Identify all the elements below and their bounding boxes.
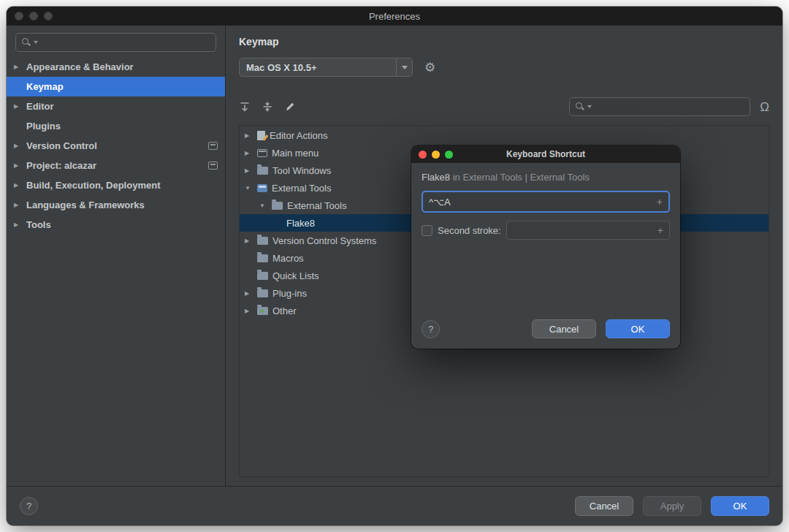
chevron-down-icon[interactable] (245, 185, 257, 191)
page: Preferences Appearance & Behavior (0, 0, 789, 532)
gear-icon[interactable]: ⚙ (424, 61, 435, 74)
help-button[interactable]: ? (422, 320, 440, 338)
folder-icon (272, 202, 283, 210)
folder-icon (257, 167, 268, 175)
cancel-button[interactable]: Cancel (575, 496, 633, 516)
sidebar-item-label: Build, Execution, Deployment (26, 180, 160, 191)
chevron-right-icon[interactable] (245, 167, 257, 174)
dialog-buttons: ? Cancel OK (422, 319, 670, 338)
edit-shortcut-icon[interactable] (284, 101, 296, 113)
window-titlebar: Preferences (7, 7, 782, 26)
tree-item-label: Main menu (272, 148, 319, 159)
sidebar-item-label: Languages & Frameworks (26, 200, 145, 210)
dialog-traffic-lights (419, 151, 453, 159)
sidebar-item-keymap[interactable]: Keymap (7, 77, 225, 96)
sidebar-item-appearance-behavior[interactable]: Appearance & Behavior (7, 57, 225, 77)
tree-item-label: Plug-ins (272, 288, 307, 299)
combo-caret-box[interactable] (396, 58, 412, 76)
main-menu-icon (257, 149, 267, 157)
action-context: in External Tools | External Tools (453, 172, 590, 183)
sidebar-item-tools[interactable]: Tools (7, 215, 225, 235)
project-settings-icon (208, 162, 218, 170)
minimize-window-icon[interactable] (432, 151, 440, 159)
chevron-right-icon[interactable] (14, 202, 26, 208)
second-stroke-checkbox[interactable] (422, 225, 432, 236)
sidebar-item-languages-frameworks[interactable]: Languages & Frameworks (7, 195, 225, 215)
action-name: Flake8 (422, 172, 450, 183)
sidebar-item-label: Tools (26, 219, 51, 230)
chevron-right-icon[interactable] (245, 308, 257, 314)
chevron-down-icon[interactable] (259, 202, 272, 209)
search-options-caret-icon[interactable] (587, 105, 592, 108)
ok-button[interactable]: OK (711, 496, 769, 516)
search-options-caret-icon[interactable] (34, 41, 38, 44)
ok-button[interactable]: OK (606, 319, 670, 338)
dialog-footer: ? Cancel Apply OK (7, 486, 782, 525)
sidebar-item-version-control[interactable]: Version Control (7, 136, 225, 156)
chevron-right-icon[interactable] (14, 142, 26, 149)
scheme-row: Mac OS X 10.5+ ⚙ (239, 58, 769, 77)
external-tools-icon (257, 184, 267, 192)
sidebar-item-editor[interactable]: Editor (7, 96, 225, 116)
action-description: Flake8 in External Tools | External Tool… (422, 172, 670, 183)
chevron-right-icon[interactable] (14, 103, 26, 110)
keymap-toolbar: Ω (239, 97, 769, 116)
folder-icon (257, 254, 268, 262)
find-by-shortcut-icon[interactable]: Ω (760, 101, 769, 113)
first-stroke-input[interactable]: ^⌥A + (422, 191, 670, 213)
dialog-titlebar: Keyboard Shortcut (411, 145, 680, 163)
tree-item-label: Editor Actions (270, 130, 328, 141)
cancel-button[interactable]: Cancel (532, 319, 596, 338)
sidebar-item-label: Appearance & Behavior (26, 61, 134, 72)
dialog-body: Flake8 in External Tools | External Tool… (411, 163, 680, 349)
sidebar-item-label: Keymap (26, 81, 64, 92)
sidebar-item-project-alcazar[interactable]: Project: alcazar (7, 156, 225, 175)
tree-item-editor-actions[interactable]: Editor Actions (240, 126, 769, 144)
editor-actions-icon (257, 131, 265, 140)
chevron-right-icon[interactable] (14, 64, 26, 70)
add-stroke-icon[interactable]: + (658, 224, 663, 236)
sidebar-item-label: Editor (26, 101, 54, 112)
search-icon (575, 102, 585, 112)
action-search-input[interactable] (594, 102, 744, 113)
folder-icon (257, 272, 268, 280)
first-stroke-value: ^⌥A (429, 197, 451, 208)
action-search-field[interactable] (569, 97, 750, 116)
settings-search-field[interactable] (15, 33, 216, 52)
close-window-icon[interactable] (15, 12, 23, 20)
folder-icon (257, 289, 268, 297)
sidebar-item-label: Project: alcazar (26, 160, 96, 171)
chevron-right-icon[interactable] (245, 132, 257, 139)
sidebar-item-build-execution-deployment[interactable]: Build, Execution, Deployment (7, 175, 225, 195)
keyboard-shortcut-dialog: Keyboard Shortcut Flake8 in External Too… (411, 145, 680, 349)
chevron-right-icon[interactable] (245, 290, 257, 297)
window-title: Preferences (7, 11, 782, 22)
folder-icon (257, 237, 268, 245)
chevron-down-icon (402, 66, 408, 69)
traffic-lights (15, 12, 53, 20)
keymap-scheme-select[interactable]: Mac OS X 10.5+ (239, 58, 413, 77)
settings-sidebar: Appearance & Behavior Keymap Editor Plug… (7, 26, 226, 486)
chevron-right-icon[interactable] (245, 150, 257, 156)
tree-item-label: Flake8 (286, 218, 315, 229)
close-window-icon[interactable] (419, 151, 427, 159)
chevron-right-icon[interactable] (14, 162, 26, 169)
chevron-right-icon[interactable] (14, 182, 26, 189)
minimize-window-icon[interactable] (29, 12, 38, 20)
settings-search-input[interactable] (40, 37, 210, 48)
project-settings-icon (208, 142, 218, 150)
help-button[interactable]: ? (20, 497, 38, 515)
settings-nav: Appearance & Behavior Keymap Editor Plug… (7, 57, 225, 235)
zoom-window-icon[interactable] (44, 12, 53, 20)
second-stroke-input[interactable]: + (506, 221, 670, 240)
chevron-right-icon[interactable] (245, 238, 257, 244)
chevron-right-icon[interactable] (14, 221, 26, 228)
tree-item-label: External Tools (287, 200, 346, 211)
add-stroke-icon[interactable]: + (657, 196, 663, 208)
other-folder-icon (257, 307, 268, 315)
sidebar-item-plugins[interactable]: Plugins (7, 116, 225, 136)
collapse-all-icon[interactable] (262, 101, 273, 113)
zoom-window-icon[interactable] (445, 151, 453, 159)
dialog-spacer (422, 240, 670, 319)
expand-all-icon[interactable] (239, 101, 251, 113)
